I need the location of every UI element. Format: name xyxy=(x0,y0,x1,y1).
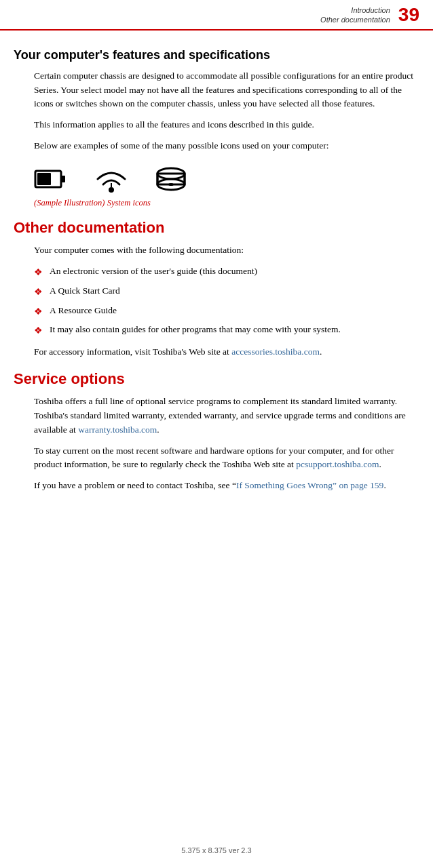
bullet-item-1: ❖ An electronic version of the user's gu… xyxy=(34,264,419,280)
icon-caption: (Sample Illustration) System icons xyxy=(34,198,419,208)
svg-rect-1 xyxy=(61,176,65,182)
section-label: Other documentation xyxy=(320,15,390,24)
breadcrumb: Introduction Other documentation xyxy=(320,5,390,25)
bullet-text-2: A Quick Start Card xyxy=(50,284,120,298)
features-para-2: This information applies to all the feat… xyxy=(34,118,419,132)
warranty-link[interactable]: warranty.toshiba.com xyxy=(78,425,157,435)
svg-rect-2 xyxy=(37,173,51,185)
battery-icon xyxy=(34,164,69,194)
bullet-diamond-3: ❖ xyxy=(34,304,43,319)
other-docs-heading: Other documentation xyxy=(14,219,419,237)
bullet-diamond-4: ❖ xyxy=(34,323,43,338)
main-content: Your computer's features and specificati… xyxy=(0,31,433,528)
bullet-item-2: ❖ A Quick Start Card xyxy=(34,284,419,300)
bullet-diamond-2: ❖ xyxy=(34,285,43,300)
svg-point-3 xyxy=(109,187,114,193)
service-para-3: If you have a problem or need to contact… xyxy=(34,479,419,493)
section-other-docs: Other documentation Your computer comes … xyxy=(14,219,419,359)
service-options-heading: Service options xyxy=(14,370,419,388)
bullet-diamond-1: ❖ xyxy=(34,265,43,280)
page-container: Introduction Other documentation 39 Your… xyxy=(0,0,433,868)
features-para-3: Below are examples of some of the many p… xyxy=(34,139,419,153)
other-docs-bullets: ❖ An electronic version of the user's gu… xyxy=(34,264,419,338)
bullet-item-4: ❖ It may also contain guides for other p… xyxy=(34,323,419,338)
something-wrong-link[interactable]: If Something Goes Wrong” on page 159 xyxy=(236,480,383,490)
other-docs-accessory: For accessory information, visit Toshiba… xyxy=(34,345,419,359)
bullet-item-3: ❖ A Resource Guide xyxy=(34,304,419,319)
bullet-text-4: It may also contain guides for other pro… xyxy=(50,323,341,337)
icons-row xyxy=(34,164,419,194)
wifi-icon xyxy=(94,164,129,194)
section-service-options: Service options Toshiba offers a full li… xyxy=(14,370,419,494)
features-heading: Your computer's features and specificati… xyxy=(14,48,419,62)
header-right: Introduction Other documentation 39 xyxy=(320,5,419,25)
other-docs-intro: Your computer comes with the following d… xyxy=(34,243,419,258)
page-footer: 5.375 x 8.375 ver 2.3 xyxy=(0,846,433,854)
bullet-text-3: A Resource Guide xyxy=(50,304,117,318)
harddrive-icon xyxy=(153,164,189,194)
accessories-link[interactable]: accessories.toshiba.com xyxy=(231,347,320,357)
section-features: Your computer's features and specificati… xyxy=(14,48,419,209)
features-para-1: Certain computer chassis are designed to… xyxy=(34,69,419,112)
chapter-label: Introduction xyxy=(320,5,390,15)
page-header: Introduction Other documentation 39 xyxy=(0,0,433,31)
footer-text: 5.375 x 8.375 ver 2.3 xyxy=(181,846,251,854)
page-number: 39 xyxy=(398,5,419,24)
bullet-text-1: An electronic version of the user's guid… xyxy=(50,264,257,279)
pcsupport-link[interactable]: pcsupport.toshiba.com xyxy=(296,459,379,469)
service-para-2: To stay current on the most recent softw… xyxy=(34,444,419,473)
service-para-1: Toshiba offers a full line of optional s… xyxy=(34,395,419,437)
svg-point-10 xyxy=(168,183,174,186)
